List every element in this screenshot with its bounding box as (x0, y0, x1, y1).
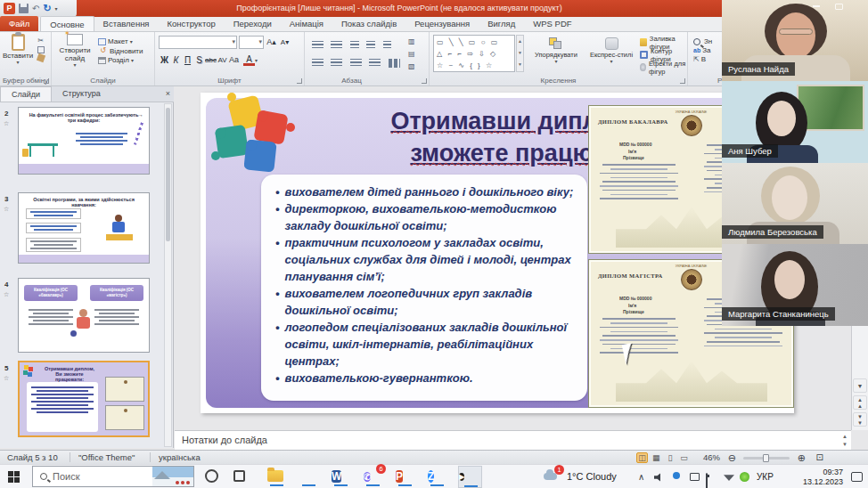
zoom-button[interactable]: Z (428, 468, 446, 486)
reset-button[interactable]: ↺Відновити (98, 46, 143, 55)
quick-styles-button[interactable]: Експрес-стилі ▾ (586, 37, 636, 64)
theme-name[interactable]: "Office Theme" (78, 452, 135, 462)
font-color-button[interactable]: A (243, 54, 255, 66)
align-right-icon[interactable] (350, 59, 362, 68)
start-button[interactable] (8, 471, 20, 483)
viber-button[interactable]: ✆ 6 (364, 468, 382, 486)
shapes-scroll-down-icon[interactable]: ▼ (517, 47, 523, 59)
strikethrough-button[interactable]: abc (205, 53, 217, 67)
powerpoint-button[interactable]: P (396, 468, 414, 486)
language-indicator[interactable]: українська (159, 452, 201, 462)
font-dialog-launcher-icon[interactable] (297, 78, 302, 84)
antivirus-icon[interactable] (740, 472, 749, 482)
tab-design[interactable]: Конструктор (159, 16, 225, 31)
clipboard-dialog-launcher-icon[interactable] (44, 78, 49, 84)
animation-star-icon[interactable]: ☆ (4, 375, 9, 382)
zoom-slider-thumb[interactable] (763, 454, 769, 462)
notification-center-icon[interactable] (851, 472, 863, 482)
tab-wps-pdf[interactable]: WPS PDF (524, 16, 580, 31)
text-shadow-button[interactable]: S (193, 53, 205, 67)
grow-font-button[interactable]: A▴ (266, 36, 277, 49)
tab-view[interactable]: Вигляд (479, 16, 524, 31)
tab-file[interactable]: Файл (0, 16, 38, 31)
shape-effects-button[interactable]: Ефекти для фігур (640, 61, 687, 73)
zoom-slider[interactable] (743, 457, 790, 460)
animation-star-icon[interactable]: ☆ (4, 206, 9, 213)
cortana-button[interactable] (205, 469, 224, 488)
firefox-button[interactable] (299, 468, 318, 486)
shapes-more-icon[interactable]: ▼ (517, 59, 523, 70)
tab-review[interactable]: Рецензування (405, 16, 479, 31)
video-tile-1[interactable]: Руслана Найда (722, 0, 868, 81)
animation-star-icon[interactable]: ☆ (4, 120, 9, 127)
reading-view-icon[interactable]: ▯ (664, 453, 676, 462)
slide-thumbnail-3[interactable]: Освітні програми, за якими здійснюється … (18, 192, 150, 264)
word-button[interactable]: W (332, 468, 350, 486)
notes-placeholder[interactable]: Нотатки до слайда (182, 435, 267, 445)
qat-dropdown-icon[interactable]: ▾ (55, 5, 58, 12)
decrease-indent-icon[interactable] (350, 41, 359, 50)
new-slide-button[interactable]: Створити слайд ▾ (53, 34, 96, 68)
format-painter-icon[interactable] (37, 53, 45, 62)
fit-to-window-icon[interactable]: ⊡ (816, 452, 823, 462)
media-player-button-active[interactable]: ▶ (458, 466, 482, 488)
underline-button[interactable]: П (182, 53, 193, 67)
tab-slides-thumbnails[interactable]: Слайди (0, 86, 52, 102)
italic-button[interactable]: К (170, 53, 182, 67)
shrink-font-button[interactable]: A▾ (279, 36, 291, 49)
slide-bullet-box[interactable]: •вихователем дітей раннього і дошкільног… (261, 175, 587, 401)
slideshow-icon[interactable]: ▭ (678, 453, 690, 462)
next-slide-button[interactable]: ▼▼ (853, 412, 867, 427)
convert-smartart-icon[interactable]: ▧ (408, 61, 415, 73)
tab-animations[interactable]: Анімація (281, 16, 332, 31)
video-tile-3[interactable]: Людмила Березовська (722, 163, 868, 244)
shapes-scroll[interactable]: ▲ ▼ ▼ (516, 35, 524, 72)
text-direction-icon[interactable]: ▥ (408, 36, 415, 48)
align-left-icon[interactable] (312, 59, 323, 68)
file-explorer-button[interactable] (267, 468, 286, 486)
zoom-in-icon[interactable]: ⊕ (798, 452, 806, 464)
panel-scroll-thumb[interactable] (166, 108, 170, 241)
font-size-combobox[interactable] (239, 36, 264, 49)
weather-text[interactable]: 1°C Cloudy (567, 471, 617, 482)
tray-expand-icon[interactable]: ∧ (638, 472, 644, 482)
previous-slide-button[interactable]: ▲▲ (853, 395, 867, 410)
section-button[interactable]: Розділ▾ (98, 56, 143, 64)
shapes-gallery[interactable]: ▭ ╲ ╲ ▭ ○ ▭ △ ⌐ ⌐ ⇨ ⇩ ◇ ☆ ~ ∿ { } ☆ (433, 35, 515, 72)
weather-tray-icon[interactable]: 1 (544, 469, 559, 479)
layout-button[interactable]: Макет▾ (98, 37, 143, 45)
redo-icon[interactable]: ↻ (43, 4, 51, 13)
save-icon[interactable] (19, 4, 29, 13)
scroll-down-button[interactable]: ▼ (853, 378, 867, 393)
bullets-icon[interactable] (312, 41, 323, 50)
tab-slideshow[interactable]: Показ слайдів (332, 16, 405, 31)
volume-icon[interactable] (654, 473, 663, 482)
tab-outline[interactable]: Структура (52, 86, 111, 102)
notes-up-icon[interactable]: ▲ (842, 434, 848, 439)
powerpoint-logo-icon[interactable]: P (4, 3, 15, 14)
cut-icon[interactable]: ✂ (36, 37, 45, 45)
bold-button[interactable]: Ж (159, 53, 170, 67)
battery-icon[interactable] (706, 473, 708, 488)
panel-close-icon[interactable]: × (166, 89, 170, 98)
paste-button[interactable]: Вставити ▾ (2, 34, 34, 65)
tab-transitions[interactable]: Переходи (225, 16, 281, 31)
drawing-dialog-launcher-icon[interactable] (680, 78, 685, 84)
taskbar-search[interactable]: Поиск (32, 466, 194, 487)
clock[interactable]: 09:37 13.12.2023 (803, 468, 843, 486)
animation-star-icon[interactable]: ☆ (4, 291, 9, 298)
notes-bar[interactable]: Нотатки до слайда ▲ ▼ (175, 430, 851, 450)
panel-scrollbar[interactable] (164, 103, 172, 447)
arrange-button[interactable]: Упорядкувати ▾ (528, 37, 585, 64)
current-slide[interactable]: Отримавши диплом, Ви зможете працювати: … (201, 93, 794, 413)
select-button[interactable]: ⇱В (693, 55, 712, 63)
slide-sorter-icon[interactable]: ▦ (651, 453, 662, 462)
find-button[interactable]: Зн (693, 37, 712, 45)
line-spacing-icon[interactable] (383, 41, 391, 50)
notes-down-icon[interactable]: ▼ (842, 442, 848, 447)
align-center-icon[interactable] (331, 59, 342, 68)
slide-thumbnail-4[interactable]: Кваліфікація (ОС «бакалавр») Кваліфікаці… (18, 278, 150, 353)
search-weather-thumbnail[interactable] (152, 467, 193, 486)
slide-thumbnail-5-selected[interactable]: Отримавши диплом, Ви зможете працювати: (18, 361, 150, 437)
minimize-icon[interactable] (813, 5, 820, 7)
